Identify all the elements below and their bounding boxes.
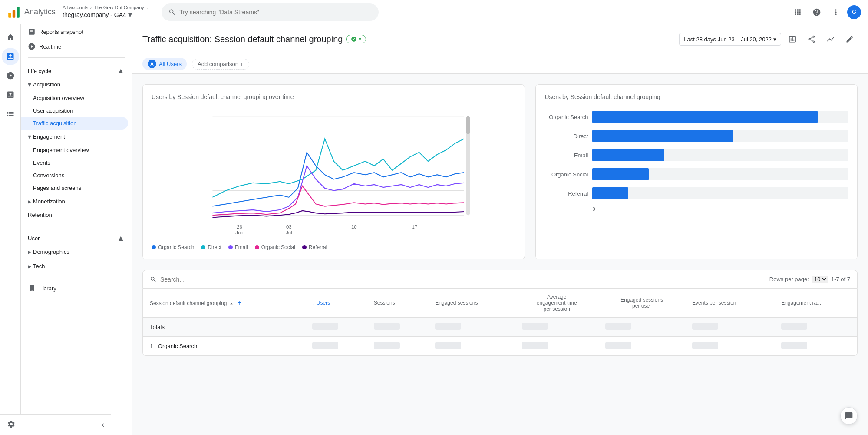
- bar-row-organic-search: Organic Search: [545, 111, 848, 123]
- add-column-button[interactable]: +: [238, 299, 241, 306]
- engagement-expand-icon: ▾: [28, 133, 31, 141]
- row-1-users-blurred: [312, 342, 338, 349]
- nav-user-header[interactable]: User ▲: [21, 229, 132, 245]
- nav-user-acquisition[interactable]: User acquisition: [21, 104, 128, 117]
- nav-engagement-overview[interactable]: Engagement overview: [21, 144, 128, 156]
- page-title: Traffic acquisition: Session default cha…: [142, 34, 343, 44]
- search-icon: [168, 8, 176, 16]
- svg-rect-15: [466, 116, 470, 134]
- feedback-button[interactable]: [840, 407, 858, 425]
- all-users-chip[interactable]: A All Users: [142, 58, 187, 70]
- bar-track-direct: [592, 130, 848, 142]
- table-toolbar: Rows per page: 10 25 50 1-7 of 7: [142, 270, 858, 289]
- chart-legend: Organic Search Direct Email Organic Soci…: [152, 244, 516, 250]
- left-nav: Reports snapshot Realtime Life cycle ▲ ▾…: [21, 24, 132, 435]
- th-engagement-rate[interactable]: Engagement ra...: [774, 289, 857, 318]
- monetization-expand-icon: ▸: [28, 197, 31, 206]
- sidebar-home-icon[interactable]: [2, 29, 19, 46]
- nav-collapse-button[interactable]: ‹: [100, 418, 106, 431]
- row-1-events-blurred: [692, 342, 718, 349]
- nav-traffic-acquisition[interactable]: Traffic acquisition: [21, 117, 128, 130]
- nav-tech-section[interactable]: ▸ Tech: [21, 259, 132, 273]
- nav-separator-2: [28, 225, 125, 225]
- sidebar-reports-icon[interactable]: [2, 48, 19, 65]
- nav-monetization-section[interactable]: ▸ Monetization: [21, 194, 132, 209]
- bar-x-axis: 0: [545, 206, 848, 212]
- help-button[interactable]: [809, 4, 825, 20]
- bar-label-organic-social: Organic Social: [545, 171, 588, 178]
- nav-demographics-section[interactable]: ▸ Demographics: [21, 245, 132, 259]
- th-channel-grouping[interactable]: Session default channel grouping +: [143, 289, 305, 318]
- global-search-bar[interactable]: [162, 3, 379, 21]
- th-events-per-session[interactable]: Events per session: [685, 289, 774, 318]
- bar-row-direct: Direct: [545, 130, 848, 142]
- th-users[interactable]: ↓ Users: [305, 289, 366, 318]
- app-name: Analytics: [24, 7, 56, 17]
- line-chart-area: 26 Jun 03 Jul 10 17: [152, 107, 516, 239]
- totals-sessions-blurred: [374, 323, 400, 330]
- table-search[interactable]: [150, 276, 247, 283]
- search-input[interactable]: [179, 9, 372, 16]
- user-avatar[interactable]: G: [847, 5, 861, 19]
- bar-label-organic-search: Organic Search: [545, 114, 588, 120]
- bar-track-organic-search: [592, 111, 848, 123]
- legend-email: Email: [228, 244, 248, 250]
- chart-type-button[interactable]: [785, 31, 800, 47]
- legend-referral: Referral: [302, 244, 327, 250]
- nav-conversions[interactable]: Conversions: [21, 169, 128, 182]
- svg-text:10: 10: [351, 224, 357, 229]
- sidebar-advertising-icon[interactable]: [2, 86, 19, 103]
- bar-row-email: Email: [545, 149, 848, 161]
- more-options-button[interactable]: [828, 4, 844, 20]
- nav-acquisition-section[interactable]: ▾ Acquisition: [21, 77, 132, 92]
- line-chart-title: Users by Session default channel groupin…: [152, 93, 516, 100]
- top-nav-actions: G: [790, 4, 861, 20]
- sidebar-configure-icon[interactable]: [2, 105, 19, 123]
- totals-events-blurred: [692, 323, 718, 330]
- rows-per-page-select[interactable]: 10 25 50: [812, 276, 828, 283]
- main-layout: Reports snapshot Realtime Life cycle ▲ ▾…: [0, 24, 868, 435]
- svg-text:03: 03: [286, 224, 292, 229]
- bar-chart-card: Users by Session default channel groupin…: [535, 84, 858, 259]
- bar-track-organic-social: [592, 168, 848, 180]
- check-circle-icon: [351, 36, 357, 42]
- date-range-picker[interactable]: Last 28 days Jun 23 – Jul 20, 2022 ▾: [679, 33, 781, 46]
- account-info: All accounts > The Gray Dot Company ... …: [63, 5, 149, 20]
- app-logo[interactable]: Analytics: [7, 5, 56, 19]
- main-content: Traffic acquisition: Session default cha…: [132, 24, 868, 435]
- apps-grid-button[interactable]: [790, 4, 805, 20]
- th-avg-engagement[interactable]: Averageengagement timeper session: [515, 289, 598, 318]
- legend-direct: Direct: [201, 244, 221, 250]
- nav-acquisition-overview[interactable]: Acquisition overview: [21, 92, 128, 104]
- th-engaged-sessions[interactable]: Engaged sessions: [428, 289, 515, 318]
- tech-expand-icon: ▸: [28, 262, 31, 270]
- totals-engaged-blurred: [435, 323, 461, 330]
- nav-engagement-section[interactable]: ▾ Engagement: [21, 130, 132, 144]
- bar-track-email: [592, 149, 848, 161]
- nav-retention[interactable]: Retention: [21, 209, 128, 221]
- edit-button[interactable]: [842, 31, 858, 47]
- table-search-input[interactable]: [160, 276, 247, 283]
- bar-row-referral: Referral: [545, 187, 848, 199]
- table-area: Rows per page: 10 25 50 1-7 of 7 Session…: [132, 270, 868, 366]
- th-sessions[interactable]: Sessions: [367, 289, 428, 318]
- nav-events[interactable]: Events: [21, 156, 128, 169]
- share-button[interactable]: [804, 31, 819, 47]
- add-comparison-button[interactable]: Add comparison +: [192, 59, 249, 70]
- legend-dot-email: [228, 245, 233, 249]
- verified-badge[interactable]: ▾: [346, 35, 366, 43]
- nav-realtime[interactable]: Realtime: [21, 39, 128, 54]
- th-engaged-per-user[interactable]: Engaged sessionsper user: [598, 289, 685, 318]
- bar-label-referral: Referral: [545, 190, 588, 197]
- page-title-row: Traffic acquisition: Session default cha…: [142, 34, 366, 44]
- line-chart-svg: 26 Jun 03 Jul 10 17: [152, 107, 516, 238]
- bar-label-direct: Direct: [545, 133, 588, 139]
- sidebar-explore-icon[interactable]: [2, 67, 19, 84]
- account-selector[interactable]: thegray.company - GA4 ▾: [63, 10, 149, 20]
- nav-lifecycle-header[interactable]: Life cycle ▲: [21, 61, 132, 77]
- nav-library[interactable]: Library: [21, 281, 128, 296]
- nav-pages-and-screens[interactable]: Pages and screens: [21, 182, 128, 194]
- feedback-icon: [845, 412, 853, 420]
- nav-reports-snapshot[interactable]: Reports snapshot: [21, 24, 128, 39]
- trend-button[interactable]: [823, 31, 838, 47]
